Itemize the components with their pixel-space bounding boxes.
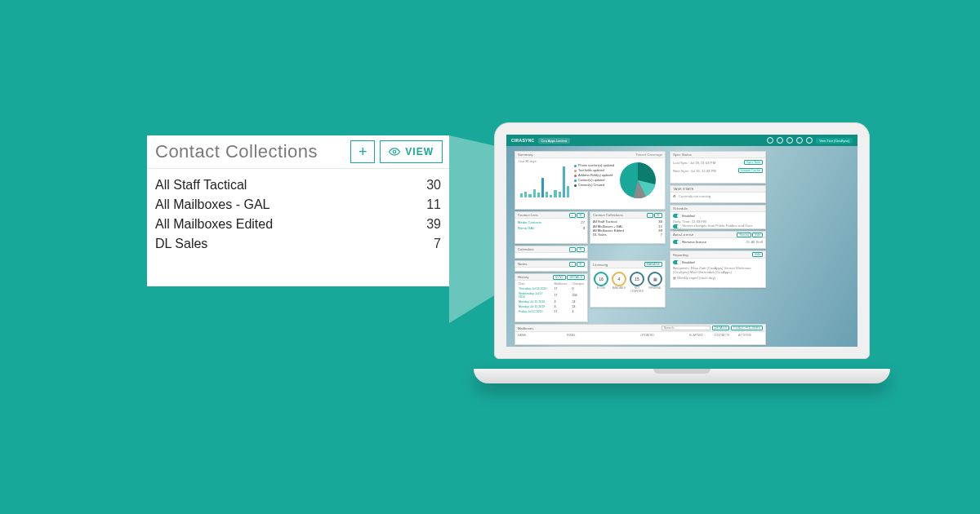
dashboard: CIRASYNC Cira Apps Limited Vern Tice (Ci… xyxy=(506,135,858,347)
view-button[interactable]: VIEW xyxy=(380,140,443,163)
mailboxes-card: Mailboxes DETAILS PUBLIC FOLDERS NAME EM… xyxy=(514,324,766,345)
card-title: Contact Lists xyxy=(518,213,538,217)
filter-sync[interactable]: SYNC xyxy=(553,275,567,280)
contact-collections-card: Contact Collections + 👁 All Staff Tactic… xyxy=(590,211,666,244)
card-title: Summary xyxy=(518,153,532,157)
licensing-renewal-ring: ▦ xyxy=(648,272,662,286)
card-title: Notes xyxy=(518,262,527,266)
notes-card: Notes+ 👁 xyxy=(514,260,588,272)
table-row[interactable]: Monday Jul 15 2019324 xyxy=(517,300,586,304)
search-input[interactable] xyxy=(662,326,710,330)
licensing-avail-ring: 4 xyxy=(612,272,626,286)
add-button[interactable]: + xyxy=(647,213,653,218)
view-label: VIEW xyxy=(405,146,434,157)
card-title: Auto-License xyxy=(673,233,693,237)
summary-bar-chart xyxy=(520,165,569,197)
list-item[interactable]: All Mailboxes Edited39 xyxy=(155,215,441,234)
list-item[interactable]: All Staff Tactical xyxy=(593,219,617,224)
add-button[interactable]: + xyxy=(569,262,576,267)
sync-status-card: Sync Status Last Sync: Jul 18, 01:03 PM … xyxy=(670,151,766,184)
help-icon[interactable] xyxy=(806,137,813,144)
add-collection-button[interactable]: + xyxy=(350,140,375,163)
contact-lists-card: Contact Lists + 👁 Media Contacts27 Roma … xyxy=(514,211,588,244)
card-title: TASK STATE xyxy=(673,187,693,191)
summary-card: SummaryTenant Coverage Last 30 days Phon… xyxy=(514,151,666,210)
nav-icon[interactable] xyxy=(767,137,773,144)
laptop-mockup: CIRASYNC Cira Apps Limited Vern Tice (Ci… xyxy=(474,122,890,392)
summary-legend: Phone number(s) updated Text fields upda… xyxy=(574,163,614,188)
card-title: Reporting xyxy=(673,253,688,257)
contact-collections-panel: Contact Collections + VIEW All Staff Tac… xyxy=(147,135,449,286)
panel-title: Contact Collections xyxy=(155,141,345,162)
licensing-inuse-ring: 16 xyxy=(594,272,608,286)
calendars-card: Calendars+ 👁 xyxy=(514,246,588,259)
list-item[interactable]: All Staff Tactical30 xyxy=(155,175,441,195)
card-title: Licensing xyxy=(593,263,608,267)
card-title: Schedule xyxy=(673,206,688,210)
update-cache-button[interactable]: Update Cache xyxy=(738,168,763,173)
nav-icon[interactable] xyxy=(777,137,783,144)
laptop-base xyxy=(474,369,890,383)
licensing-notlic-ring: 15 xyxy=(630,272,644,286)
view-button[interactable]: 👁 xyxy=(577,262,585,267)
auto-license-card: Auto-License Renew Edit Remove license D… xyxy=(670,231,766,249)
schedule-toggle[interactable] xyxy=(673,214,681,218)
coverage-pie xyxy=(617,160,658,201)
panel-header: Contact Collections + VIEW xyxy=(147,135,449,169)
calendar-icon: ▦ xyxy=(673,276,676,280)
table-row[interactable]: Friday Jul 12 2019174 xyxy=(517,310,586,313)
edit-button[interactable]: Edit xyxy=(752,233,763,237)
manage-button[interactable]: MANAGE xyxy=(644,262,662,267)
card-title: Calendars xyxy=(518,247,534,251)
collection-list: All Staff Tactical30 All Mailboxes - GAL… xyxy=(147,169,449,286)
reporting-toggle[interactable] xyxy=(673,260,681,264)
remove-license-toggle[interactable] xyxy=(673,240,681,244)
add-button[interactable]: + xyxy=(569,247,576,252)
mailboxes-header-row: NAME EMAIL UPDATED ELAPSED CONTACTS ACTI… xyxy=(515,332,765,339)
public-folders-button[interactable]: PUBLIC FOLDERS xyxy=(731,326,763,330)
stream-toggle[interactable] xyxy=(673,224,681,228)
card-title: Sync Status xyxy=(673,153,692,157)
brand-label: CIRASYNC xyxy=(511,138,535,143)
list-item[interactable]: Media Contacts xyxy=(518,220,541,224)
edit-button[interactable]: Edit xyxy=(752,252,763,257)
card-title: Contact Collections xyxy=(593,213,623,217)
top-bar: CIRASYNC Cira Apps Limited Vern Tice (Ci… xyxy=(506,135,858,146)
svg-point-0 xyxy=(394,150,397,153)
card-title: Mailboxes xyxy=(518,326,533,330)
schedule-card: Schedule Enabled Daily. Time: 12:33 PM S… xyxy=(670,205,766,229)
filter-details[interactable]: DETAILS xyxy=(567,275,585,280)
gears-icon: ⚙ xyxy=(673,194,676,198)
laptop-notch xyxy=(653,369,710,374)
list-item[interactable]: DL Sales7 xyxy=(155,234,441,254)
details-button[interactable]: DETAILS xyxy=(712,326,730,330)
list-item[interactable]: All Mailboxes - GAL11 xyxy=(155,195,441,215)
nav-icon[interactable] xyxy=(786,137,793,144)
laptop-screen: CIRASYNC Cira Apps Limited Vern Tice (Ci… xyxy=(506,135,858,347)
plus-icon: + xyxy=(359,144,368,161)
laptop-screen-frame: CIRASYNC Cira Apps Limited Vern Tice (Ci… xyxy=(494,122,870,359)
table-row[interactable]: Monday Jul 15 2019324 xyxy=(517,305,586,308)
table-header: DateMailboxesChanges xyxy=(517,282,586,286)
list-item[interactable]: DL Sales xyxy=(593,233,607,237)
list-item[interactable]: Roma GAL xyxy=(518,226,535,230)
eye-icon xyxy=(389,146,400,157)
user-menu[interactable]: Vern Tice (CiraSync) xyxy=(816,138,853,144)
history-card: History SYNC DETAILS DateMailboxesChange… xyxy=(514,273,588,322)
tenant-pill[interactable]: Cira Apps Limited xyxy=(538,138,570,144)
renew-button[interactable]: Renew xyxy=(737,233,751,237)
reporting-card: Reporting Edit Enabled Recipients: Elisa… xyxy=(670,250,766,288)
sync-now-button[interactable]: Sync Now xyxy=(744,160,763,165)
task-state-card: TASK STATE ⚙ Currently not running xyxy=(670,185,766,203)
view-button[interactable]: 👁 xyxy=(577,247,585,252)
view-button[interactable]: 👁 xyxy=(577,213,585,218)
nav-icon[interactable] xyxy=(796,137,803,144)
table-row[interactable]: Thursday Jul 18 2019170 xyxy=(517,287,586,290)
licensing-card: Licensing MANAGE 16IN USE 4AVAILABLE 15N… xyxy=(590,260,666,308)
view-button[interactable]: 👁 xyxy=(654,213,662,218)
card-title: History xyxy=(518,275,528,279)
table-row[interactable]: Wednesday Jul 17 201917256 xyxy=(517,292,586,299)
add-button[interactable]: + xyxy=(569,213,576,218)
